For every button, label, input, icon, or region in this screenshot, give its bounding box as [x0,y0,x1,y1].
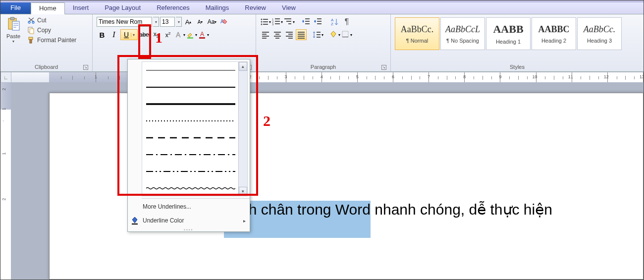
change-case-button[interactable]: Aa▾ [207,16,217,27]
superscript-button[interactable]: x2 [162,29,173,40]
underline-split-button[interactable]: U ▾ [120,29,138,40]
font-color-button[interactable]: A▾ [198,29,209,40]
font-size-dropdown[interactable]: ▾ [176,17,182,27]
style-name-label: ¶ No Spacing [446,38,479,44]
cut-button[interactable]: Cut [25,15,78,25]
style-tile-0[interactable]: AaBbCc.¶ Normal [395,17,439,50]
font-name-dropdown[interactable]: ▾ [153,17,159,27]
tab-page-layout[interactable]: Page Layout [97,2,149,14]
underline-style-dots[interactable] [142,112,247,129]
underline-style-dashes[interactable] [142,129,247,146]
annotation-2: 2 [263,112,270,129]
pilcrow-icon: ¶ [345,17,349,26]
horizontal-ruler[interactable]: 21 12345678910111213 [11,72,644,83]
underline-icon: U [122,30,131,39]
tab-home[interactable]: Home [31,2,65,14]
numbering-button[interactable]: 123▾ [272,16,283,27]
change-case-icon: Aa [208,18,215,25]
svg-point-3 [28,21,30,23]
justify-button[interactable] [296,29,307,40]
show-marks-button[interactable]: ¶ [341,16,352,27]
svg-text:3: 3 [272,23,274,26]
shrink-font-button[interactable]: A▾ [195,16,206,27]
menu-resize-grip[interactable]: ▪▪▪▪ [128,227,250,231]
style-tile-2[interactable]: AABBHeading 1 [486,17,531,50]
document-text-line[interactable]: h gạch chân trong Word nhanh chóng, dễ t… [212,201,552,218]
svg-rect-54 [317,34,321,35]
clipboard-dialog-launcher[interactable]: ↘ [83,65,88,70]
underline-style-solid-thin[interactable] [142,62,247,79]
annotation-1: 1 [155,29,162,46]
underline-style-solid-med[interactable] [142,79,247,96]
style-tile-4[interactable]: AaBbCc.Heading 3 [577,17,622,50]
italic-button[interactable]: I [108,29,119,40]
svg-text:A: A [176,31,181,39]
font-name-combo[interactable]: Times New Rom [97,17,152,27]
font-size-combo[interactable]: 13 [160,17,175,27]
tab-view[interactable]: View [274,2,304,14]
increase-indent-button[interactable] [313,16,323,27]
svg-rect-29 [305,18,310,19]
underline-sample-icon [146,186,235,190]
tab-references[interactable]: References [149,2,197,14]
svg-rect-33 [317,21,322,22]
scroll-down-button[interactable]: ▾ [239,187,247,196]
highlight-button[interactable]: ▾ [186,29,197,40]
style-name-label: ¶ Normal [406,38,428,44]
style-name-label: Heading 3 [587,38,612,44]
underline-sample-icon [146,169,235,173]
clear-formatting-button[interactable]: A [218,16,229,27]
svg-rect-32 [317,18,322,19]
format-painter-button[interactable]: Format Painter [25,35,78,45]
underline-sample-icon [146,119,235,123]
tab-insert[interactable]: Insert [65,2,97,14]
svg-point-4 [32,21,34,23]
underline-color-item[interactable]: Underline Color ▸ [128,214,250,227]
svg-text:A: A [200,31,204,38]
tab-review[interactable]: Review [237,2,274,14]
tab-mailings[interactable]: Mailings [198,2,237,14]
align-right-button[interactable] [284,29,295,40]
highlight-icon [186,30,195,39]
svg-text:Z: Z [331,22,333,26]
bold-button[interactable]: B [97,29,107,40]
underline-style-solid-thick[interactable] [142,96,247,112]
multilevel-icon [284,17,293,26]
shading-button[interactable]: ▾ [329,29,340,40]
styles-gallery[interactable]: AaBbCc.¶ NormalAaBbCcL¶ No SpacingAABBHe… [395,17,622,50]
style-tile-3[interactable]: AABBCHeading 2 [532,17,576,50]
borders-button[interactable]: ▾ [341,29,352,40]
copy-button[interactable]: Copy [25,25,78,35]
vertical-ruler[interactable]: · 2112 [0,83,11,280]
underline-menu-scrollbar[interactable]: ▴ ▾ [238,62,247,196]
svg-rect-13 [199,37,205,39]
underline-style-dash-dot[interactable] [142,146,247,163]
svg-rect-34 [317,23,322,24]
format-painter-icon [27,36,35,44]
sort-button[interactable]: AZ [329,16,340,27]
multilevel-list-button[interactable]: ▾ [284,16,295,27]
paragraph-dialog-launcher[interactable]: ↘ [381,65,386,70]
paste-button[interactable]: Paste ▾ [2,15,24,45]
svg-rect-55 [317,37,321,38]
underline-style-wave[interactable] [142,180,247,197]
file-tab[interactable]: File [0,2,31,14]
align-left-button[interactable] [260,29,271,40]
underline-dropdown-arrow[interactable]: ▾ [131,33,136,37]
grow-font-button[interactable]: A▴ [183,16,194,27]
underline-style-dash-dot-dot[interactable] [142,163,247,180]
bullets-button[interactable]: ▾ [260,16,271,27]
line-spacing-button[interactable]: ▾ [313,29,323,40]
justify-icon [297,31,305,39]
svg-rect-50 [298,34,305,35]
svg-rect-53 [317,32,321,33]
strikethrough-button[interactable]: abe [139,29,150,40]
align-center-button[interactable] [272,29,283,40]
scroll-up-button[interactable]: ▴ [239,62,247,71]
text-effects-icon: A [174,30,183,39]
text-effects-button[interactable]: A▾ [174,29,185,40]
more-underlines-item[interactable]: More Underlines... [128,200,250,214]
decrease-indent-button[interactable] [301,16,312,27]
style-name-label: Heading 2 [541,38,566,44]
style-tile-1[interactable]: AaBbCcL¶ No Spacing [440,17,485,50]
